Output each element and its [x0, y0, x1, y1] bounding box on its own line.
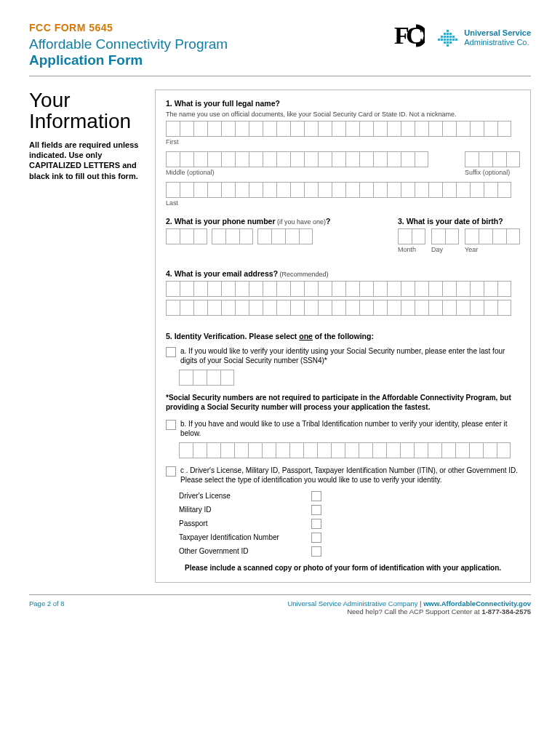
- id-passport: Passport: [179, 518, 520, 529]
- q1-label: 1. What is your full legal name?: [166, 99, 280, 108]
- dob-month-input[interactable]: [398, 228, 425, 244]
- q4: 4. What is your email address? (Recommen…: [166, 269, 520, 278]
- svg-rect-12: [441, 39, 443, 41]
- other-gov-id-checkbox[interactable]: [311, 546, 321, 557]
- middle-name-input[interactable]: [166, 151, 450, 167]
- q3-label: 3. What is your date of birth?: [398, 217, 503, 226]
- option-a-checkbox[interactable]: [166, 347, 176, 357]
- instructions: All fields are required unless indicated…: [29, 140, 142, 181]
- dob-group: Month Day Year: [398, 228, 520, 259]
- last-label: Last: [166, 199, 520, 207]
- svg-rect-16: [452, 39, 455, 41]
- svg-rect-18: [444, 41, 446, 44]
- phone-line-input[interactable]: [257, 228, 313, 244]
- svg-rect-6: [441, 36, 443, 38]
- last-name-input[interactable]: [166, 182, 520, 198]
- footer-right: Universal Service Administrative Company…: [287, 599, 531, 615]
- tin-checkbox[interactable]: [311, 533, 321, 543]
- q1-hint: The name you use on official documents, …: [166, 111, 520, 118]
- form-container: 1. What is your full legal name? The nam…: [155, 89, 531, 583]
- option-a-text: a. If you would like to verify your iden…: [180, 346, 520, 365]
- q3: 3. What is your date of birth?: [398, 217, 520, 226]
- svg-rect-15: [449, 39, 452, 41]
- fcc-logo-icon: F C: [394, 22, 425, 54]
- ssn-note: *Social Security numbers are not require…: [166, 393, 520, 412]
- suffix-label: Suffix (optional): [465, 169, 520, 176]
- passport-checkbox[interactable]: [311, 519, 321, 529]
- tribal-id-input[interactable]: [179, 442, 520, 458]
- q5-option-a: a. If you would like to verify your iden…: [166, 346, 520, 365]
- option-b-checkbox[interactable]: [166, 420, 176, 430]
- header-titles: FCC FORM 5645 Affordable Connectivity Pr…: [29, 22, 394, 68]
- month-label: Month: [398, 246, 425, 253]
- svg-rect-8: [447, 36, 449, 38]
- svg-rect-19: [447, 41, 449, 44]
- usac-line1: Universal Service: [464, 28, 531, 38]
- form-number: FCC FORM 5645: [29, 22, 394, 33]
- id-military: Military ID: [179, 504, 520, 515]
- q2: 2. What is your phone number (if you hav…: [166, 217, 383, 226]
- footer-help: Need help? Call the ACP Support Center a…: [347, 607, 481, 615]
- option-c-text: c . Driver's License, Military ID, Passp…: [180, 466, 520, 485]
- first-name-input[interactable]: [166, 121, 520, 137]
- svg-rect-21: [447, 44, 449, 47]
- footer-company: Universal Service Administrative Company: [287, 599, 417, 607]
- id-tin: Taxpayer Identification Number: [179, 532, 520, 543]
- q1: 1. What is your full legal name?: [166, 99, 520, 108]
- section-title: Your Information: [29, 89, 142, 132]
- id-other: Other Government ID: [179, 546, 520, 557]
- footer-phone: 1-877-384-2575: [481, 607, 531, 615]
- svg-rect-10: [452, 36, 455, 38]
- id-drivers-license: Driver's License: [179, 490, 520, 501]
- military-id-checkbox[interactable]: [311, 505, 321, 515]
- svg-rect-11: [438, 39, 440, 41]
- page-footer: Page 2 of 8 Universal Service Administra…: [29, 594, 531, 615]
- svg-rect-17: [455, 39, 457, 41]
- q5-option-c: c . Driver's License, Military ID, Passp…: [166, 466, 520, 485]
- option-b-text: b. If you have and would like to use a T…: [180, 419, 520, 438]
- year-label: Year: [465, 246, 520, 253]
- phone-area-input[interactable]: [166, 228, 207, 244]
- program-title: Affordable Connectivity Program: [29, 36, 394, 52]
- svg-rect-2: [447, 30, 449, 32]
- usac-dots-icon: [438, 28, 460, 47]
- svg-rect-7: [444, 36, 446, 38]
- q5-option-b: b. If you have and would like to use a T…: [166, 419, 520, 438]
- suffix-input[interactable]: [465, 151, 520, 167]
- page-number: Page 2 of 8: [29, 599, 65, 615]
- drivers-license-checkbox[interactable]: [311, 491, 321, 501]
- dob-year-input[interactable]: [465, 228, 520, 244]
- usac-text: Universal Service Administrative Co.: [464, 28, 531, 47]
- svg-rect-20: [449, 41, 452, 44]
- dob-day-input[interactable]: [431, 228, 459, 244]
- main-content: Your Information All fields are required…: [29, 89, 531, 583]
- middle-suffix-row: Middle (optional) Suffix (optional): [166, 151, 520, 182]
- phone-input-group: [166, 228, 383, 244]
- include-copy-note: Please include a scanned copy or photo o…: [166, 564, 520, 572]
- svg-rect-14: [447, 39, 449, 41]
- q5-title: 5. Identity Verification. Please select …: [166, 332, 520, 340]
- middle-label: Middle (optional): [166, 169, 450, 176]
- application-form-title: Application Form: [29, 52, 394, 68]
- svg-rect-13: [444, 39, 446, 41]
- svg-rect-5: [449, 33, 452, 35]
- day-label: Day: [431, 246, 459, 253]
- usac-line2: Administrative Co.: [464, 38, 531, 47]
- svg-rect-4: [447, 33, 449, 35]
- logos-container: F C Universal Service Administrative Co.: [394, 22, 531, 54]
- q4-label: 4. What is your email address?: [166, 269, 278, 278]
- footer-url: www.AffordableConnectivity.gov: [423, 599, 531, 607]
- email-input-row2[interactable]: [166, 300, 520, 316]
- sidebar: Your Information All fields are required…: [29, 89, 142, 583]
- ssn4-input[interactable]: [179, 370, 520, 386]
- svg-rect-3: [444, 33, 446, 35]
- phone-prefix-input[interactable]: [212, 228, 253, 244]
- email-input-row1[interactable]: [166, 281, 520, 297]
- svg-rect-9: [449, 36, 452, 38]
- page-header: FCC FORM 5645 Affordable Connectivity Pr…: [29, 22, 531, 76]
- first-label: First: [166, 138, 520, 146]
- usac-logo: Universal Service Administrative Co.: [438, 28, 531, 47]
- option-c-checkbox[interactable]: [166, 466, 176, 477]
- q2-label: 2. What is your phone number: [166, 217, 276, 226]
- q2-q3-row: 2. What is your phone number (if you hav…: [166, 217, 520, 259]
